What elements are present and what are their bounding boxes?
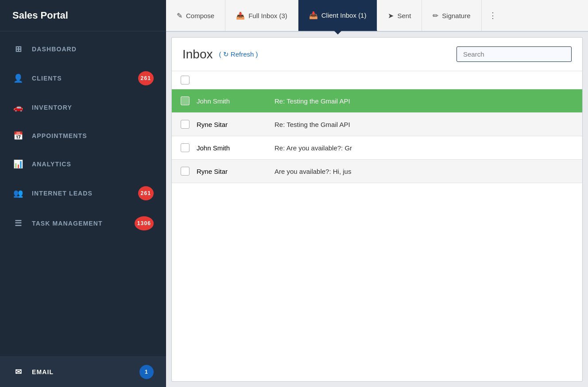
sidebar-item-appointments[interactable]: 📅APPOINTMENTS [0,122,166,150]
email-list: John SmithRe: Testing the Gmail APIRyne … [172,71,582,381]
sidebar-item-email[interactable]: ✉EMAIL1 [0,356,166,387]
inventory-icon: 🚗 [12,101,25,114]
tab-label-compose: Compose [186,12,214,19]
email-icon: ✉ [12,366,25,378]
badge-clients: 261 [138,71,154,85]
email-checkbox[interactable] [181,143,190,152]
refresh-link[interactable]: ( ↻ Refresh ) [219,50,258,58]
sidebar-item-label-task-management: TASK MANAGEMENT [32,220,135,227]
inbox-header: Inbox ( ↻ Refresh ) [172,38,582,71]
inbox-panel: Inbox ( ↻ Refresh ) John SmithRe: Testin… [171,37,583,382]
tab-sent[interactable]: ➤Sent [377,0,422,31]
appointments-icon: 📅 [12,130,25,142]
badge-internet-leads: 261 [138,186,154,200]
tab-client-inbox[interactable]: 📥Client Inbox (1) [298,0,378,31]
search-input[interactable] [456,46,572,62]
clients-icon: 👤 [12,72,25,84]
dashboard-icon: ⊞ [12,43,25,55]
email-subject: Are you available?: Hi, jus [275,168,573,175]
email-row[interactable]: John SmithRe: Are you available?: Gr [172,136,582,160]
sidebar-item-dashboard[interactable]: ⊞DASHBOARD [0,35,166,63]
sidebar-item-label-email: EMAIL [32,368,139,376]
sidebar-item-label-dashboard: DASHBOARD [32,46,154,53]
email-row[interactable]: Ryne SitarRe: Testing the Gmail API [172,113,582,136]
tab-icon-signature: ✏ [433,11,438,20]
tab-compose[interactable]: ✎Compose [166,0,225,31]
internet-leads-icon: 👥 [12,187,25,199]
tab-full-inbox[interactable]: 📥Full Inbox (3) [225,0,298,31]
analytics-icon: 📊 [12,158,25,170]
sidebar-item-task-management[interactable]: ☰TASK MANAGEMENT1306 [0,208,166,238]
task-management-icon: ☰ [12,217,25,230]
email-row[interactable]: John SmithRe: Testing the Gmail API [172,89,582,113]
badge-task-management: 1306 [135,216,154,230]
tab-more-button[interactable]: ⋮ [482,0,504,31]
badge-email: 1 [139,365,154,379]
tab-icon-compose: ✎ [177,11,182,20]
sidebar-title: Sales Portal [0,0,166,31]
tab-signature[interactable]: ✏Signature [422,0,481,31]
sidebar-item-analytics[interactable]: 📊ANALYTICS [0,150,166,178]
email-subject: Re: Testing the Gmail API [275,121,573,128]
tab-icon-sent: ➤ [388,11,394,20]
sidebar-nav: ⊞DASHBOARD👤CLIENTS261🚗INVENTORY📅APPOINTM… [0,31,166,387]
email-subject: Re: Are you available?: Gr [275,144,573,152]
tab-label-client-inbox: Client Inbox (1) [321,11,367,19]
select-all-checkbox[interactable] [181,76,190,84]
sidebar-item-label-appointments: APPOINTMENTS [32,132,154,139]
sidebar-item-label-analytics: ANALYTICS [32,161,154,168]
email-checkbox[interactable] [181,96,190,105]
sidebar-item-inventory[interactable]: 🚗INVENTORY [0,93,166,122]
sidebar-item-label-clients: CLIENTS [32,75,138,82]
email-checkbox[interactable] [181,167,190,176]
tab-icon-full-inbox: 📥 [236,11,245,20]
email-sender: Ryne Sitar [197,168,267,175]
email-sender: John Smith [197,144,267,152]
main-content: ✎Compose📥Full Inbox (3)📥Client Inbox (1)… [166,0,588,387]
inbox-title: Inbox [182,47,213,61]
sidebar-item-label-inventory: INVENTORY [32,104,154,111]
email-sender: Ryne Sitar [197,121,267,128]
sidebar: Sales Portal ⊞DASHBOARD👤CLIENTS261🚗INVEN… [0,0,166,387]
tab-label-full-inbox: Full Inbox (3) [248,12,287,19]
email-checkbox[interactable] [181,120,190,129]
sidebar-item-label-internet-leads: INTERNET LEADS [32,190,138,197]
tabs-bar: ✎Compose📥Full Inbox (3)📥Client Inbox (1)… [166,0,588,32]
sidebar-item-internet-leads[interactable]: 👥INTERNET LEADS261 [0,178,166,208]
sidebar-item-clients[interactable]: 👤CLIENTS261 [0,63,166,93]
email-row[interactable]: Ryne SitarAre you available?: Hi, jus [172,160,582,183]
email-subject: Re: Testing the Gmail API [275,97,573,105]
tab-icon-client-inbox: 📥 [309,11,318,19]
tab-label-sent: Sent [397,12,411,19]
email-list-header-row [172,71,582,89]
email-sender: John Smith [197,97,267,105]
tab-label-signature: Signature [442,12,470,19]
